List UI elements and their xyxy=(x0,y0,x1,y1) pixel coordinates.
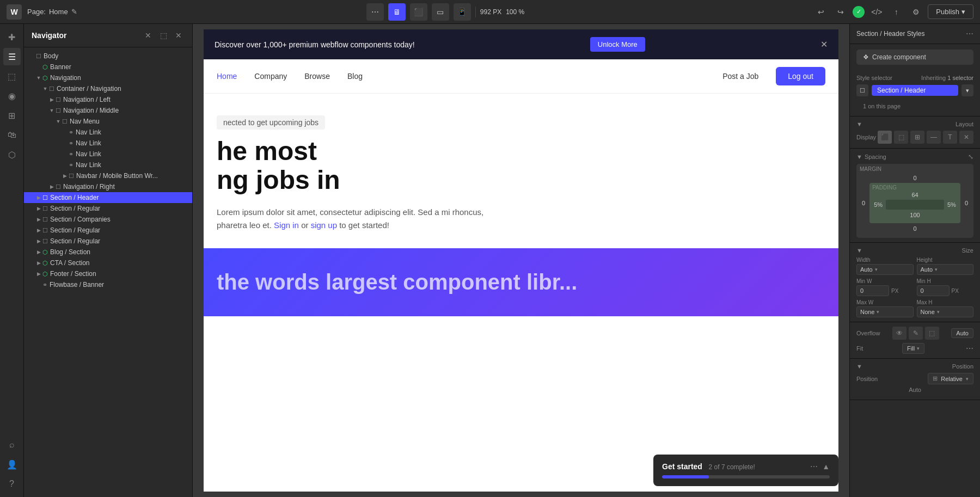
export-icon[interactable]: ↑ xyxy=(889,4,904,20)
save-status-icon: ✓ xyxy=(853,6,865,18)
fit-dropdown[interactable]: Fill ▾ xyxy=(902,343,924,354)
nav-company-link[interactable]: Company xyxy=(254,72,287,81)
layers-panel-icon[interactable]: ⬚ xyxy=(3,68,21,85)
selected-style-tag[interactable]: Section / Header xyxy=(872,85,958,96)
hero-signin-link[interactable]: Sign in xyxy=(274,220,299,230)
tree-item-nav-link-4[interactable]: ⚭ Nav Link xyxy=(24,159,192,170)
min-h-input[interactable] xyxy=(917,285,950,296)
style-tag-icon[interactable]: ☐ xyxy=(856,84,868,96)
nav-blog-link[interactable]: Blog xyxy=(347,72,363,81)
redo-button[interactable]: ↪ xyxy=(833,4,848,20)
close-panel-icon[interactable]: ✕ xyxy=(173,29,185,41)
tree-item-nav-menu[interactable]: ▼ ☐ Nav Menu xyxy=(24,116,192,127)
overflow-section: Overflow 👁 ✎ ⬚ Auto Fit Fill ▾ ⋯ xyxy=(850,322,980,359)
tree-item-section-regular-2[interactable]: ▶ ☐ Section / Regular xyxy=(24,225,192,236)
padding-right-val[interactable]: 5% xyxy=(945,201,958,208)
selector-count-link[interactable]: 1 selector xyxy=(947,75,973,81)
account-icon[interactable]: 👤 xyxy=(3,456,21,473)
mobile-portrait-icon[interactable]: 📱 xyxy=(454,3,471,21)
ecommerce-icon[interactable]: 🛍 xyxy=(3,126,21,144)
overflow-visible-icon[interactable]: 👁 xyxy=(892,327,906,340)
tree-item-section-companies[interactable]: ▶ ☐ Section / Companies xyxy=(24,214,192,225)
get-started-more-icon[interactable]: ⋯ xyxy=(810,462,818,471)
overflow-value[interactable]: Auto xyxy=(951,328,973,338)
display-block-icon[interactable]: ⬛ xyxy=(878,131,892,144)
page-edit-icon[interactable]: ✎ xyxy=(71,8,77,16)
overflow-scroll-icon[interactable]: ⬚ xyxy=(925,327,939,340)
tree-item-nav-link-1[interactable]: ⚭ Nav Link xyxy=(24,127,192,138)
undo-button[interactable]: ↩ xyxy=(813,4,829,20)
expand-panel-icon[interactable]: ⬚ xyxy=(157,29,169,41)
max-w-label: Max W xyxy=(856,299,914,305)
tree-item-body[interactable]: ☐ Body xyxy=(24,51,192,62)
max-w-dropdown[interactable]: None ▾ xyxy=(856,306,914,317)
dots-menu[interactable]: ⋯ xyxy=(366,3,384,21)
tree-item-nav-right[interactable]: ▶ ☐ Navigation / Right xyxy=(24,181,192,192)
tree-item-nav-left[interactable]: ▶ ☐ Navigation / Left xyxy=(24,94,192,105)
nav-logout-button[interactable]: Log out xyxy=(776,67,825,85)
tree-item-navigation[interactable]: ▼ ⬡ Navigation xyxy=(24,72,192,83)
display-flex-icon[interactable]: ⬚ xyxy=(894,131,908,144)
create-component-button[interactable]: ❖ Create component xyxy=(856,50,973,65)
tree-item-flowbase-banner[interactable]: ⚭ Flowbase / Banner xyxy=(24,279,192,290)
fit-more-icon[interactable]: ⋯ xyxy=(966,344,973,353)
canvas[interactable]: Discover over 1,000+ premium webflow com… xyxy=(193,24,849,497)
help-icon[interactable]: ? xyxy=(3,475,21,493)
max-h-dropdown[interactable]: None ▾ xyxy=(917,306,974,317)
style-dropdown-icon[interactable]: ▾ xyxy=(961,84,973,96)
tree-item-banner[interactable]: ⬡ Banner xyxy=(24,62,192,72)
tree-item-section-regular-3[interactable]: ▶ ☐ Section / Regular xyxy=(24,236,192,247)
app-logo[interactable]: W xyxy=(7,4,22,20)
code-view-icon[interactable]: </> xyxy=(869,4,884,20)
tree-item-cta-section[interactable]: ▶ ⬡ CTA / Section xyxy=(24,257,192,268)
tree-item-nav-link-3[interactable]: ⚭ Nav Link xyxy=(24,149,192,159)
min-w-input[interactable] xyxy=(856,285,889,296)
settings-icon[interactable]: ⚙ xyxy=(908,4,923,20)
logic-icon[interactable]: ⬡ xyxy=(3,146,21,163)
navigator-panel-icon[interactable]: ☰ xyxy=(3,48,21,65)
close-banner-icon[interactable]: ✕ xyxy=(820,39,828,50)
nav-home-link[interactable]: Home xyxy=(217,72,237,81)
tree-item-navbar-mobile[interactable]: ▶ ☐ Navbar / Mobile Button Wr... xyxy=(24,170,192,181)
margin-bottom-val[interactable]: 0 xyxy=(860,223,970,235)
display-none-icon[interactable]: ✕ xyxy=(959,131,973,144)
mobile-landscape-icon[interactable]: ▭ xyxy=(432,3,449,21)
nav-browse-link[interactable]: Browse xyxy=(304,72,330,81)
tree-item-blog-section[interactable]: ▶ ⬡ Blog / Section xyxy=(24,247,192,257)
display-inline-icon[interactable]: — xyxy=(927,131,941,144)
right-panel: Section / Header Styles ⋯ ❖ Create compo… xyxy=(849,24,980,497)
margin-right-val[interactable]: 0 xyxy=(963,183,970,223)
component-icon: ⬡ xyxy=(42,260,48,267)
get-started-collapse-icon[interactable]: ▲ xyxy=(822,462,830,471)
page-name[interactable]: Home xyxy=(49,8,68,16)
cms-panel-icon[interactable]: ⊞ xyxy=(3,107,21,124)
add-element-icon[interactable]: ✚ xyxy=(3,28,21,46)
desktop-view-icon[interactable]: 🖥 xyxy=(388,3,406,21)
spacing-expand-icon[interactable]: ⤡ xyxy=(968,153,973,161)
right-panel-more-icon[interactable]: ⋯ xyxy=(966,29,973,38)
tablet-view-icon[interactable]: ⬛ xyxy=(410,3,427,21)
padding-left-val[interactable]: 5% xyxy=(872,201,885,208)
tree-item-section-regular-1[interactable]: ▶ ☐ Section / Regular xyxy=(24,203,192,214)
margin-left-val[interactable]: 0 xyxy=(860,183,867,223)
unlock-more-button[interactable]: Unlock More xyxy=(590,37,645,52)
tree-item-footer-section[interactable]: ▶ ⬡ Footer / Section xyxy=(24,268,192,279)
hero-signup-link[interactable]: sign up xyxy=(311,220,337,230)
tree-item-section-header[interactable]: ▶ ☐ Section / Header xyxy=(24,192,192,203)
nav-post-job-link[interactable]: Post a Job xyxy=(722,72,758,81)
tree-item-nav-link-2[interactable]: ⚭ Nav Link xyxy=(24,138,192,149)
publish-button[interactable]: Publish ▾ xyxy=(928,4,973,19)
search-panel-icon[interactable]: ⌕ xyxy=(3,436,21,453)
tree-item-container-nav[interactable]: ▼ ☐ Container / Navigation xyxy=(24,83,192,94)
display-text-icon[interactable]: T xyxy=(943,131,957,144)
expand-icon xyxy=(35,281,42,289)
height-dropdown[interactable]: Auto ▾ xyxy=(917,264,974,275)
width-dropdown[interactable]: Auto ▾ xyxy=(856,264,914,275)
tree-item-nav-middle[interactable]: ▼ ☐ Navigation / Middle xyxy=(24,105,192,116)
position-dropdown[interactable]: ⊞ Relative ▾ xyxy=(928,373,973,384)
display-grid-icon[interactable]: ⊞ xyxy=(910,131,924,144)
assets-panel-icon[interactable]: ◉ xyxy=(3,87,21,105)
overflow-hidden-icon[interactable]: ✎ xyxy=(909,327,923,340)
padding-bottom-val[interactable]: 100 xyxy=(872,210,958,221)
close-navigator-icon[interactable]: ✕ xyxy=(142,29,154,41)
